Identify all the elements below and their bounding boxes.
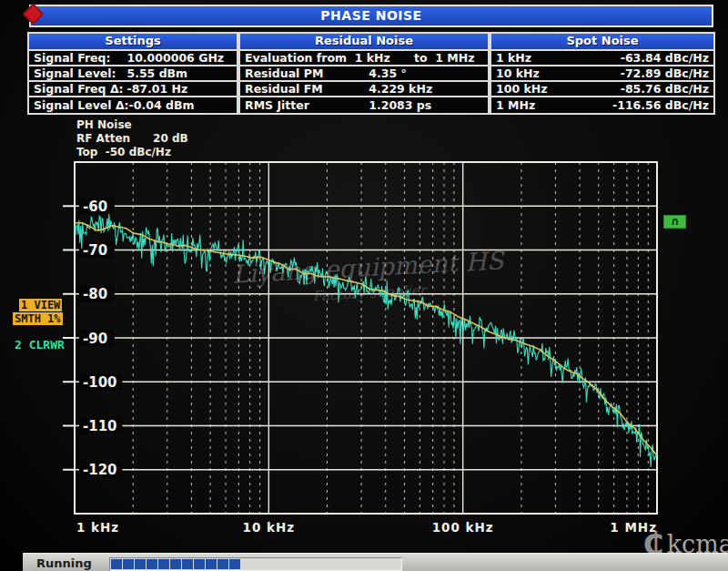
residual-fm-label: Residual FM — [245, 82, 369, 96]
table-row: Signal Level: 5.55 dBm — [29, 66, 237, 82]
table-row: Signal Freq Δ: -87.01 Hz — [29, 82, 237, 97]
settings-header: Settings — [29, 34, 237, 51]
residual-pm-value: 4.35 ° — [369, 66, 406, 80]
table-row: 1 kHz -63.84 dBc/Hz — [491, 51, 713, 66]
svg-text:-80: -80 — [83, 286, 107, 302]
trace1-smooth-chip: SMTH 1% — [13, 312, 63, 325]
running-status-text: Running — [36, 556, 92, 570]
svg-text:1 kHz: 1 kHz — [76, 520, 119, 535]
rf-atten: RF Atten 20 dB — [76, 132, 188, 146]
table-row: 10 kHz -72.89 dBc/Hz — [491, 66, 713, 82]
residual-pm-label: Residual PM — [245, 66, 369, 80]
svg-text:10 kHz: 10 kHz — [243, 520, 296, 535]
trace-clrwr — [75, 214, 657, 467]
progress-segment — [182, 559, 193, 569]
residual-fm-value: 4.229 kHz — [369, 82, 432, 96]
svg-text:-70: -70 — [83, 242, 107, 259]
center-watermark-line2: Factory supplier — [214, 272, 524, 314]
center-watermark-line1: Liyang equipment HS — [213, 247, 523, 289]
signal-level-delta-label: Signal Level Δ: — [34, 98, 129, 112]
spot-noise-table: Spot Noise 1 kHz -63.84 dBc/Hz 10 kHz -7… — [490, 32, 715, 115]
progress-segment — [194, 559, 205, 569]
residual-noise-table: Residual Noise Evaluation from 1 kHz to … — [238, 32, 490, 115]
progress-segment — [170, 559, 181, 569]
spot-1khz-label: 1 kHz — [496, 51, 531, 65]
trace-info-block: PH Noise RF Atten 20 dB Top -50 dBc/Hz — [76, 118, 188, 159]
signal-freq-label: Signal Freq: — [34, 51, 126, 65]
table-row: Residual FM 4.229 kHz — [240, 82, 488, 97]
x-axis-labels: 1 kHz10 kHz100 kHz1 MHz — [76, 520, 657, 535]
table-row: 1 MHz -116.56 dBc/Hz — [491, 97, 713, 113]
spot-1mhz-label: 1 MHz — [496, 98, 535, 112]
trace2-state-label: 2 CLRWR — [15, 338, 65, 352]
table-row: 100 kHz -85.76 dBc/Hz — [491, 82, 713, 97]
noise-marker-badge: ∩ — [663, 215, 686, 229]
progress-segment — [217, 559, 228, 569]
table-row: Signal Level Δ: -0.04 dBm — [29, 97, 237, 113]
trace-name: PH Noise — [76, 118, 188, 132]
svg-text:-60: -60 — [83, 199, 107, 215]
progress-segment — [158, 559, 169, 569]
rms-jitter-label: RMS Jitter — [245, 98, 369, 112]
status-bar: Running — [23, 553, 728, 571]
top-level: Top -50 dBc/Hz — [76, 146, 188, 159]
signal-level-delta-value: -0.04 dBm — [129, 98, 195, 112]
rms-jitter-value: 1.2083 ps — [369, 98, 431, 112]
sweep-progress-bar — [109, 557, 402, 571]
trace1-view-chip: 1 VIEW — [19, 299, 62, 311]
progress-segment — [123, 559, 134, 569]
svg-text:-110: -110 — [83, 418, 117, 434]
progress-segment — [111, 559, 122, 569]
signal-freq-value: 10.000006 GHz — [126, 51, 224, 65]
table-row: Residual PM 4.35 ° — [240, 66, 488, 82]
progress-segment — [147, 559, 157, 569]
evaluation-range: Evaluation from 1 kHz to 1 MHz — [245, 51, 474, 65]
progress-segment — [206, 559, 217, 569]
signal-freq-delta-value: -87.01 Hz — [126, 82, 187, 96]
svg-text:-100: -100 — [83, 374, 117, 391]
svg-text:-120: -120 — [83, 462, 117, 478]
trace-view-smoothed — [75, 223, 657, 455]
spot-1mhz-value: -116.56 dBc/Hz — [612, 98, 709, 112]
spot-noise-header: Spot Noise — [491, 34, 713, 51]
signal-freq-delta-label: Signal Freq Δ: — [34, 82, 126, 96]
spot-100khz-label: 100 kHz — [496, 82, 548, 96]
settings-table: Settings Signal Freq: 10.000006 GHz Sign… — [27, 32, 238, 115]
spot-100khz-value: -85.76 dBc/Hz — [621, 82, 709, 96]
signal-level-value: 5.55 dBm — [126, 66, 187, 80]
window-title: PHASE NOISE — [29, 5, 713, 27]
residual-noise-header: Residual Noise — [240, 34, 488, 51]
chart-grid — [75, 162, 657, 514]
table-row: Signal Freq: 10.000006 GHz — [29, 51, 237, 66]
y-axis-labels: -60-70-80-90-100-110-120 — [63, 198, 122, 478]
center-watermark: Liyang equipment HS Factory supplier — [213, 247, 524, 314]
spot-1khz-value: -63.84 dBc/Hz — [621, 51, 709, 65]
progress-segment — [229, 559, 240, 569]
progress-segment — [135, 559, 146, 569]
spot-10khz-value: -72.89 dBc/Hz — [621, 66, 709, 80]
signal-level-label: Signal Level: — [34, 66, 126, 80]
svg-text:-90: -90 — [83, 331, 107, 347]
evaluation-range-row: Evaluation from 1 kHz to 1 MHz — [240, 51, 488, 66]
table-row: RMS Jitter 1.2083 ps — [240, 97, 488, 113]
svg-text:100 kHz: 100 kHz — [432, 520, 494, 535]
spot-10khz-label: 10 kHz — [496, 66, 540, 80]
trace1-state-labels: 1 VIEW SMTH 1% — [13, 299, 63, 326]
